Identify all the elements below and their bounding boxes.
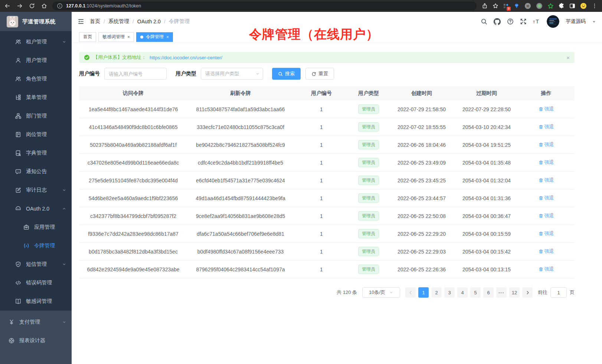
sidebar-item-0[interactable]: 租户管理 (0, 33, 72, 51)
extensions-icon[interactable]: 9 (503, 3, 509, 9)
breadcrumb-item-2[interactable]: OAuth 2.0 (137, 19, 161, 24)
trash-icon (539, 125, 543, 129)
share-icon[interactable] (482, 3, 488, 9)
search-icon[interactable] (481, 18, 487, 25)
sidebar-item-5[interactable]: 岗位管理 (0, 125, 72, 144)
browser-forward-icon[interactable] (17, 3, 23, 9)
breadcrumb-item-0[interactable]: 首页 (90, 18, 100, 25)
sidebar-fold-icon[interactable] (78, 18, 84, 25)
sidebar-item-1[interactable]: 用户管理 (0, 51, 72, 70)
address-bar[interactable]: 127.0.0.1:1024/system/oauth2/token (52, 1, 477, 10)
page-button-3[interactable]: 3 (444, 287, 455, 298)
site-info-icon[interactable] (57, 3, 63, 9)
sidebar-item-12[interactable]: 短信管理 (0, 255, 72, 274)
user-type-select[interactable]: 请选择用户类型 (201, 68, 263, 80)
cell-user-type: 管理员 (349, 247, 388, 256)
alert-doc-link[interactable]: https://doc.iocoder.cn/user-center/ (150, 55, 222, 60)
page-button-4[interactable]: 4 (457, 287, 468, 298)
force-logout-button[interactable]: 强退 (539, 266, 554, 272)
sidebar-item-16[interactable]: 报表设计器 (0, 331, 72, 350)
prev-page-button[interactable] (405, 287, 416, 298)
sidebar-item-2[interactable]: 角色管理 (0, 70, 72, 88)
cell-refresh-token: 333ecfc71e02480cb11055c875c3ca0f (187, 124, 294, 130)
pay-icon (8, 319, 14, 325)
refresh-icon (311, 72, 316, 76)
command-circle-extension-icon[interactable]: ⌘ (524, 3, 531, 9)
browser-back-icon[interactable] (4, 3, 10, 9)
cell-user-id: 1 (294, 231, 349, 237)
extension-badge: 9 (507, 7, 511, 11)
cell-expire-time: 2054-03-04 01:35:48 (455, 160, 518, 166)
tab-0[interactable]: 首页 (79, 32, 96, 42)
sidebar-item-15[interactable]: 支付管理 (0, 313, 72, 331)
browser-menu-icon[interactable] (592, 3, 598, 9)
tab-2[interactable]: 令牌管理× (136, 32, 173, 42)
user-caret-down-icon[interactable] (592, 20, 596, 24)
page-size-select[interactable]: 10条/页 (362, 287, 400, 298)
cell-expire-time: 2054-03-04 01:32:04 (455, 178, 518, 183)
force-logout-button[interactable]: 强退 (539, 212, 554, 219)
avatar[interactable] (547, 15, 559, 28)
pager-ellipsis[interactable]: ··· (496, 287, 507, 298)
page-button-5[interactable]: 5 (470, 287, 481, 298)
trash-icon (539, 160, 543, 165)
side-panel-icon[interactable] (569, 3, 575, 9)
sidebar-item-11[interactable]: A令牌管理 (0, 236, 72, 255)
breadcrumb-item-1[interactable]: 系统管理 (108, 18, 129, 25)
puzzle-extensions-icon[interactable] (559, 3, 565, 9)
sidebar-item-6[interactable]: 字典管理 (0, 144, 72, 162)
bookmark-star-icon[interactable] (493, 3, 498, 9)
sidebar-item-9[interactable]: OAuth 2.0 (0, 199, 72, 218)
cell-refresh-token: be90422b8c7946218275a508bf524fc9 (187, 142, 294, 148)
tab-1[interactable]: 敏感词管理× (98, 32, 134, 42)
cell-user-type: 管理员 (349, 105, 388, 114)
sidebar-item-4[interactable]: 部门管理 (0, 107, 72, 125)
alert-close-icon[interactable]: × (566, 54, 570, 61)
sidebar-item-3[interactable]: 菜单管理 (0, 88, 72, 107)
sidebar-item-7[interactable]: 通知公告 (0, 162, 72, 181)
page-button-6[interactable]: 6 (483, 287, 494, 298)
force-logout-button[interactable]: 强退 (539, 230, 554, 237)
annotation-text: 令牌管理（在线用户） (249, 26, 379, 43)
sidebar-item-8[interactable]: 审计日志 (0, 181, 72, 199)
browser-reload-icon[interactable] (29, 3, 35, 9)
help-icon[interactable] (507, 18, 514, 25)
force-logout-button[interactable]: 强退 (539, 141, 554, 148)
breadcrumb-item-3: 令牌管理 (169, 18, 190, 25)
force-logout-button[interactable]: 强退 (539, 106, 554, 112)
font-size-icon[interactable]: TT (533, 19, 540, 25)
user-type-badge: 管理员 (358, 193, 379, 203)
force-logout-button[interactable]: 强退 (539, 195, 554, 201)
force-logout-button[interactable]: 强退 (539, 248, 554, 255)
gem-extension-icon[interactable] (514, 3, 520, 9)
page-button-2[interactable]: 2 (431, 287, 442, 298)
record-circle-extension-icon[interactable] (536, 3, 543, 9)
force-logout-button[interactable]: 强退 (539, 177, 554, 183)
sidebar-item-label: 字典管理 (26, 150, 47, 156)
username[interactable]: 芋道源码 (566, 18, 586, 25)
breadcrumb-separator: / (132, 19, 134, 24)
force-logout-button[interactable]: 强退 (539, 159, 554, 166)
page-button-12[interactable]: 12 (509, 287, 520, 298)
sidebar-item-13[interactable]: 错误码管理 (0, 274, 72, 292)
browser-home-icon[interactable] (41, 3, 47, 9)
fullscreen-icon[interactable] (520, 18, 527, 25)
search-button[interactable]: 搜索 (272, 68, 301, 80)
page-button-1[interactable]: 1 (418, 287, 429, 298)
app-logo[interactable]: 芋道管理系统 (0, 12, 72, 31)
user-id-input[interactable] (104, 68, 167, 80)
cell-refresh-token: b0df4980ffd34c67a08f9156e4eee733 (187, 249, 294, 255)
next-page-button[interactable] (522, 287, 533, 298)
force-logout-button[interactable]: 强退 (539, 123, 554, 130)
reset-button[interactable]: 重置 (305, 68, 334, 80)
goto-page-input[interactable] (550, 287, 567, 298)
emoji-profile-icon[interactable] (580, 3, 587, 9)
tab-close-icon[interactable]: × (127, 34, 130, 40)
github-icon[interactable] (494, 18, 501, 25)
column-header-0: 访问令牌 (79, 90, 187, 97)
sidebar-item-14[interactable]: 敏感词管理 (0, 292, 72, 311)
sidebar-item-label: 租户管理 (26, 39, 47, 45)
sidebar-item-10[interactable]: 应用管理 (0, 218, 72, 236)
green-star-extension-icon[interactable] (547, 3, 554, 9)
tab-close-icon[interactable]: × (166, 34, 169, 40)
